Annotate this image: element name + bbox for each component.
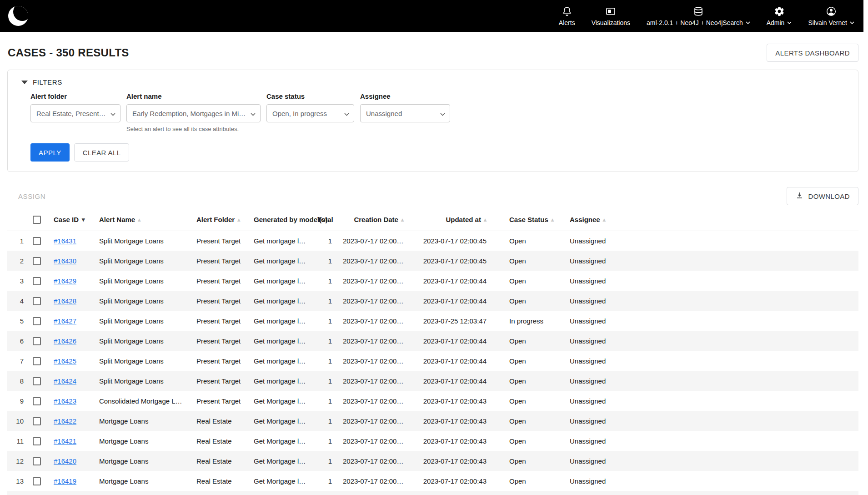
alerts-dashboard-button[interactable]: ALERTS DASHBOARD [767, 44, 858, 62]
cell-total: 1 [312, 431, 337, 451]
chevron-down-icon [787, 21, 792, 24]
assignee-select[interactable]: Unassigned [360, 104, 450, 122]
cases-table-body: 1 #16431 Split Mortgage Loans Present Ta… [7, 231, 858, 495]
row-checkbox[interactable] [33, 377, 41, 385]
cell-assignee: Unassigned [552, 351, 858, 371]
clear-all-button[interactable]: CLEAR ALL [74, 143, 130, 162]
gear-icon [774, 6, 785, 17]
cell-case-status: Open [492, 351, 552, 371]
column-label: Updated at [446, 216, 481, 223]
column-header-updated-at[interactable]: Updated at▴ [409, 209, 492, 231]
column-header-creation-date[interactable]: Creation Date▴ [337, 209, 409, 231]
scrollbar[interactable] [863, 0, 868, 495]
cell-creation-date: 2023-07-17 02:00:40 [337, 451, 409, 471]
column-header-alert-folder[interactable]: Alert Folder▴ [191, 209, 248, 231]
case-id-link[interactable]: #16420 [54, 457, 76, 465]
cell-alert-name: Split Mortgage Loans [94, 231, 191, 251]
case-id-link[interactable]: #16423 [54, 397, 76, 405]
cell-updated-at: 2023-07-17 02:00:44 [409, 351, 492, 371]
table-row: 10 #16422 Mortgage Loans Real Estate Get… [7, 411, 858, 431]
row-checkbox[interactable] [33, 417, 41, 425]
cell-creation-date: 2023-07-17 02:00:43 [337, 271, 409, 291]
case-id-link[interactable]: #16424 [54, 377, 76, 385]
row-checkbox[interactable] [33, 437, 41, 445]
cell-alert-folder: Real Estate [191, 471, 248, 491]
apply-button[interactable]: APPLY [30, 143, 70, 162]
cell-generated-by: Get Mortgage loans [248, 491, 312, 495]
chevron-down-icon [251, 110, 256, 117]
sort-asc-icon[interactable]: ▴ [603, 217, 606, 223]
table-row: 6 #16426 Split Mortgage Loans Present Ta… [7, 331, 858, 351]
case-id-link[interactable]: #16430 [54, 257, 76, 265]
nav-alerts[interactable]: Alerts [559, 6, 575, 26]
app-logo[interactable] [8, 6, 28, 26]
sort-asc-icon[interactable]: ▴ [484, 217, 487, 223]
filter-alert-folder: Alert folder Real Estate, Present T… [30, 92, 120, 122]
cell-total: 1 [312, 231, 337, 251]
cell-creation-date: 2023-07-17 02:00:43 [337, 291, 409, 311]
cell-case-status: Open [492, 391, 552, 411]
column-header-case-status[interactable]: Case Status▴ [492, 209, 552, 231]
visualizations-icon [605, 6, 616, 17]
column-header-case-id[interactable]: Case ID▾ [48, 209, 94, 231]
case-id-link[interactable]: #16422 [54, 417, 76, 425]
nav-user[interactable]: Silvain Vernet [808, 6, 854, 26]
case-id-link[interactable]: #16428 [54, 297, 76, 305]
filter-case-status: Case status Open, In progress [266, 92, 354, 122]
case-id-link[interactable]: #16421 [54, 437, 76, 445]
cell-creation-date: 2023-07-17 02:00:40 [337, 491, 409, 495]
cell-updated-at: 2023-07-17 02:00:44 [409, 331, 492, 351]
row-select-cell [27, 231, 48, 251]
cell-assignee: Unassigned [552, 231, 858, 251]
sort-asc-icon[interactable]: ▴ [237, 217, 240, 223]
filters-collapse-toggle[interactable]: FILTERS [21, 78, 846, 86]
case-id-link[interactable]: #16425 [54, 357, 76, 365]
column-label: Creation Date [354, 216, 398, 223]
nav-admin[interactable]: Admin [767, 6, 792, 26]
alert-folder-select[interactable]: Real Estate, Present T… [30, 104, 120, 122]
nav-visualizations[interactable]: Visualizations [592, 6, 630, 26]
column-header-assignee[interactable]: Assignee▴ [552, 209, 858, 231]
row-checkbox[interactable] [33, 297, 41, 305]
case-id-link[interactable]: #16431 [54, 237, 76, 245]
table-row: 5 #16427 Split Mortgage Loans Present Ta… [7, 311, 858, 331]
assign-button[interactable]: ASSIGN [7, 192, 48, 201]
select-all-checkbox[interactable] [33, 216, 41, 224]
case-status-select[interactable]: Open, In progress [266, 104, 354, 122]
case-id-link[interactable]: #16429 [54, 277, 76, 285]
sort-asc-icon[interactable]: ▴ [551, 217, 554, 223]
row-index: 11 [7, 431, 27, 451]
cell-generated-by: Get Mortgage loans [248, 431, 312, 451]
download-button[interactable]: DOWNLOAD [787, 187, 858, 205]
row-index: 6 [7, 331, 27, 351]
filters-title: FILTERS [33, 78, 62, 86]
row-index: 3 [7, 271, 27, 291]
cell-alert-name: Consolidated Mortgage Loans [94, 391, 191, 411]
row-checkbox[interactable] [33, 397, 41, 405]
case-id-link[interactable]: #16419 [54, 477, 76, 485]
row-checkbox[interactable] [33, 257, 41, 265]
cell-creation-date: 2023-07-17 02:00:40 [337, 471, 409, 491]
row-checkbox[interactable] [33, 317, 41, 325]
cell-case-status: Open [492, 451, 552, 471]
alert-name-select[interactable]: Early Redemption, Mortgages in Miami…+5 [126, 104, 261, 122]
sort-asc-icon[interactable]: ▴ [401, 217, 404, 223]
sort-desc-icon[interactable]: ▾ [82, 216, 85, 223]
case-id-link[interactable]: #16427 [54, 317, 76, 325]
cell-assignee: Unassigned [552, 391, 858, 411]
case-id-link[interactable]: #16426 [54, 337, 76, 345]
row-index: 7 [7, 351, 27, 371]
row-select-cell [27, 331, 48, 351]
cell-creation-date: 2023-07-17 02:00:43 [337, 371, 409, 391]
row-checkbox[interactable] [33, 357, 41, 365]
row-checkbox[interactable] [33, 237, 41, 245]
cell-creation-date: 2023-07-17 02:00:40 [337, 431, 409, 451]
row-checkbox[interactable] [33, 337, 41, 345]
sort-asc-icon[interactable]: ▴ [138, 217, 140, 223]
row-index: 14 [7, 491, 27, 495]
column-header-alert-name[interactable]: Alert Name▴ [94, 209, 191, 231]
row-checkbox[interactable] [33, 277, 41, 285]
nav-datasource[interactable]: aml-2.0.1 + Neo4J + Neo4jSearch [647, 6, 750, 26]
row-checkbox[interactable] [33, 477, 41, 485]
row-checkbox[interactable] [33, 457, 41, 465]
